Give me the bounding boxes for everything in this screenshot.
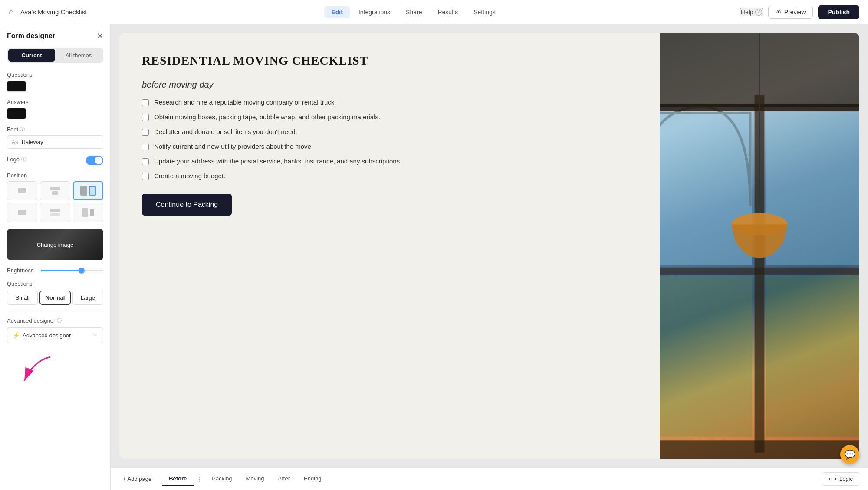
- designer-tab-group: Current All themes: [7, 48, 103, 63]
- help-icon: ?: [755, 9, 762, 16]
- answers-color-row: Answers: [7, 99, 103, 119]
- chat-bubble[interactable]: 💬: [840, 445, 859, 464]
- add-page-button[interactable]: + Add page: [119, 473, 155, 485]
- position-row: Position: [7, 172, 103, 222]
- canvas-area: RESIDENTIAL MOVING CHECKLIST before movi…: [111, 24, 868, 467]
- answers-color-swatch[interactable]: [7, 108, 26, 119]
- sidebar: Form designer ✕ Current All themes Quest…: [0, 24, 111, 490]
- checkbox-6[interactable]: [142, 173, 149, 180]
- position-label: Position: [7, 172, 103, 179]
- checkbox-3[interactable]: [142, 129, 149, 136]
- page-tab-ending[interactable]: Ending: [297, 472, 328, 486]
- form-section-title: before moving day: [142, 80, 637, 90]
- publish-button[interactable]: Publish: [818, 5, 859, 19]
- logo-info-icon: ⓘ: [21, 156, 26, 163]
- page-tab-moving[interactable]: Moving: [239, 472, 271, 486]
- size-normal[interactable]: Normal: [39, 291, 70, 305]
- svg-rect-6: [660, 268, 859, 275]
- window-svg: [660, 33, 859, 459]
- main-layout: Form designer ✕ Current All themes Quest…: [0, 24, 868, 490]
- logo-row: Logo ⓘ: [7, 156, 103, 165]
- image-panel: [660, 33, 859, 459]
- advanced-icon: ⚡: [13, 332, 20, 339]
- svg-rect-7: [660, 440, 859, 459]
- logo-label: Logo ⓘ: [7, 156, 26, 163]
- tab-results[interactable]: Results: [431, 6, 465, 18]
- brightness-slider[interactable]: [41, 270, 103, 271]
- brightness-row: Brightness: [7, 267, 103, 274]
- image-preview[interactable]: Change image: [7, 229, 103, 260]
- list-item: Notify current and new utility providers…: [142, 143, 637, 150]
- checklist-list: Research and hire a reputable moving com…: [142, 98, 637, 180]
- bottom-bar: + Add page Before ⋮ Packing Moving After…: [111, 467, 868, 490]
- pos-bottom-center[interactable]: [40, 203, 70, 222]
- logic-icon: ⟷: [829, 476, 837, 482]
- close-button[interactable]: ✕: [97, 31, 103, 41]
- home-icon[interactable]: ⌂: [9, 7, 13, 16]
- font-select[interactable]: Aa Raleway: [7, 135, 103, 149]
- font-info-icon: ⓘ: [20, 126, 25, 133]
- font-row: Font ⓘ Aa Raleway: [7, 126, 103, 149]
- size-group: Small Normal Large: [7, 291, 103, 305]
- font-label: Font ⓘ: [7, 126, 103, 133]
- image-bg: Change image: [7, 229, 103, 260]
- pos-top-right[interactable]: [73, 181, 103, 200]
- nav-right: Help ? 👁 Preview Publish: [740, 5, 859, 19]
- list-item: Update your address with the postal serv…: [142, 157, 637, 165]
- brightness-fill: [41, 270, 82, 271]
- page-tab-menu[interactable]: ⋮: [194, 473, 205, 485]
- page-tab-after[interactable]: After: [271, 472, 297, 486]
- help-button[interactable]: Help ?: [740, 8, 763, 16]
- advanced-designer-button[interactable]: ⚡ Advanced designer →: [7, 327, 103, 343]
- checkbox-5[interactable]: [142, 158, 149, 165]
- tab-current[interactable]: Current: [8, 49, 55, 62]
- questions-color-swatch[interactable]: [7, 81, 26, 92]
- advanced-designer-label: Advanced designer ⓘ: [7, 317, 103, 324]
- nav-tabs: Edit Integrations Share Results Settings: [324, 6, 502, 18]
- questions-label: Questions: [7, 72, 103, 78]
- logic-button[interactable]: ⟷ Logic: [822, 472, 859, 486]
- app-title: Ava's Moving Checklist: [20, 8, 87, 16]
- tab-all-themes[interactable]: All themes: [55, 49, 102, 62]
- pos-top-center[interactable]: [40, 181, 70, 200]
- top-nav: ⌂ Ava's Moving Checklist Edit Integratio…: [0, 0, 868, 24]
- checkbox-1[interactable]: [142, 99, 149, 106]
- divider: [7, 312, 103, 312]
- preview-button[interactable]: 👁 Preview: [768, 6, 813, 19]
- page-tab-before[interactable]: Before: [162, 472, 194, 486]
- size-large[interactable]: Large: [72, 291, 103, 305]
- tab-settings[interactable]: Settings: [467, 6, 503, 18]
- sidebar-header: Form designer ✕: [7, 31, 103, 41]
- pink-arrow-area: [7, 348, 103, 383]
- list-item: Obtain moving boxes, packing tape, bubbl…: [142, 113, 637, 121]
- continue-button[interactable]: Continue to Packing: [142, 194, 232, 216]
- tab-integrations[interactable]: Integrations: [352, 6, 397, 18]
- pos-bottom-left[interactable]: [7, 203, 37, 222]
- sidebar-title: Form designer: [7, 32, 55, 40]
- list-item: Research and hire a reputable moving com…: [142, 98, 637, 106]
- questions-size-row: Questions Small Normal Large: [7, 281, 103, 305]
- eye-icon: 👁: [776, 9, 782, 16]
- svg-rect-13: [766, 276, 859, 437]
- advanced-info-icon: ⓘ: [57, 317, 62, 324]
- pos-top-left[interactable]: [7, 181, 37, 200]
- page-tab-packing[interactable]: Packing: [205, 472, 239, 486]
- questions-size-label: Questions: [7, 281, 103, 287]
- questions-color-row: Questions: [7, 72, 103, 92]
- tab-share[interactable]: Share: [399, 6, 429, 18]
- arrow-right-icon: →: [92, 332, 98, 339]
- form-title: RESIDENTIAL MOVING CHECKLIST: [142, 54, 637, 68]
- position-grid: [7, 181, 103, 222]
- size-small[interactable]: Small: [7, 291, 38, 305]
- brightness-thumb[interactable]: [79, 268, 85, 274]
- chat-icon: 💬: [845, 449, 855, 460]
- checkbox-2[interactable]: [142, 114, 149, 121]
- tab-edit[interactable]: Edit: [324, 6, 349, 18]
- change-image-label: Change image: [37, 242, 74, 248]
- checkbox-4[interactable]: [142, 144, 149, 150]
- advanced-designer-section: Advanced designer ⓘ ⚡ Advanced designer …: [7, 317, 103, 343]
- content-area: RESIDENTIAL MOVING CHECKLIST before movi…: [111, 24, 868, 490]
- logo-toggle[interactable]: [86, 156, 103, 165]
- form-canvas: RESIDENTIAL MOVING CHECKLIST before movi…: [119, 33, 660, 459]
- pos-full[interactable]: [73, 203, 103, 222]
